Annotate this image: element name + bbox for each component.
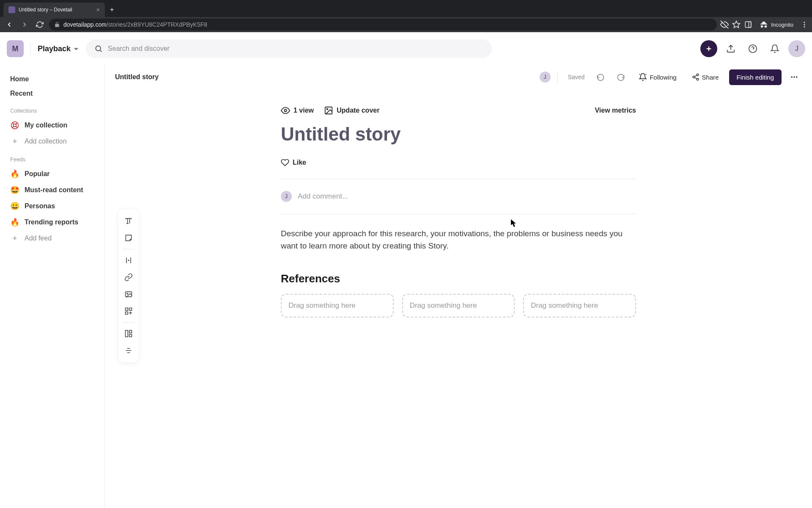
redo-icon [617,73,625,81]
search-input[interactable]: Search and discover [86,39,492,58]
collaborator-avatar[interactable]: J [540,72,551,83]
notifications-button[interactable] [766,40,783,57]
text-style-button[interactable] [120,213,137,229]
divider [123,249,134,249]
collections-heading: Collections [5,101,99,117]
svg-point-21 [791,76,793,77]
lock-icon [54,22,60,28]
divider [123,322,134,323]
image-icon [324,106,333,115]
create-button[interactable] [700,40,717,57]
favicon [8,6,15,13]
view-metrics-button[interactable]: View metrics [595,107,636,114]
divider [30,42,31,55]
star-icon[interactable] [732,20,741,29]
sidebar-recent[interactable]: Recent [5,86,99,101]
svg-point-9 [14,124,16,127]
widget-button[interactable] [120,303,137,320]
upload-button[interactable] [722,40,739,57]
content-header: Untitled story J Saved Following Share [115,65,802,89]
undo-button[interactable] [593,69,608,85]
app-header: M Playback Search and discover J [0,32,812,65]
menu-icon[interactable] [800,20,809,29]
svg-point-20 [697,78,699,80]
bell-icon [770,44,779,53]
more-icon [790,73,798,81]
forward-button[interactable] [19,19,30,30]
sidebar-feed-personas[interactable]: 😀 Personas [5,198,99,214]
star-eyes-icon: 🤩 [10,185,19,195]
format-toolbar [118,209,139,362]
new-tab-button[interactable]: + [105,3,119,17]
svg-point-22 [793,76,795,77]
svg-point-11 [127,293,128,295]
svg-point-23 [796,76,797,77]
story-title-input[interactable]: Untitled story [281,124,636,145]
project-switcher[interactable]: Playback [38,44,79,53]
incognito-icon [759,20,768,29]
share-button[interactable]: Share [687,70,724,84]
divider-button[interactable] [120,342,137,359]
browser-address-bar: dovetailapp.com/stories/2xB9YU8C24PTRXdP… [0,17,812,32]
commenter-avatar: J [281,191,292,202]
reload-button[interactable] [34,19,46,30]
svg-rect-15 [126,331,128,337]
sidebar-feed-mustread[interactable]: 🤩 Must-read content [5,182,99,198]
incognito-indicator[interactable]: Incognito [756,18,797,31]
finish-editing-button[interactable]: Finish editing [729,69,782,85]
divider [557,72,558,82]
link-button[interactable] [120,269,137,286]
sidebar-home[interactable]: Home [5,72,99,86]
add-collection-button[interactable]: + Add collection [5,133,99,149]
browser-tab[interactable]: Untitled story – Dovetail × [3,3,105,17]
layout-button[interactable] [120,325,137,342]
save-status: Saved [565,74,588,80]
user-avatar[interactable]: J [788,40,805,57]
close-tab-icon[interactable]: × [96,6,100,13]
svg-rect-2 [749,22,751,28]
svg-point-6 [96,46,101,51]
chevron-down-icon [73,46,79,52]
url-input[interactable]: dovetailapp.com/stories/2xB9YU8C24PTRXdP… [49,19,717,30]
comment-input[interactable]: Add comment... [298,192,348,201]
breadcrumb-title[interactable]: Untitled story [115,73,159,81]
story-description[interactable]: Describe your approach for this research… [281,228,636,252]
extensions-icon[interactable] [744,20,752,29]
insert-column-button[interactable] [120,252,137,269]
heart-icon [281,158,289,167]
reference-drop-zone[interactable]: Drag something here [523,294,636,318]
upload-icon [726,44,735,53]
svg-rect-12 [126,308,128,311]
comment-input-row: J Add comment... [281,188,636,205]
add-feed-button[interactable]: + Add feed [5,230,99,246]
following-button[interactable]: Following [634,69,681,85]
like-button[interactable]: Like [281,155,636,170]
smile-icon: 😀 [10,202,19,211]
help-button[interactable] [744,40,761,57]
plus-icon: + [10,234,19,243]
reference-drop-zone[interactable]: Drag something here [402,294,515,318]
tab-title: Untitled story – Dovetail [19,7,93,13]
fire-icon: 🔥 [10,169,19,179]
more-button[interactable] [787,69,802,85]
sidebar-feed-popular[interactable]: 🔥 Popular [5,166,99,182]
views-indicator[interactable]: 1 view [281,106,314,115]
svg-point-26 [326,108,328,110]
sidebar-feed-trending[interactable]: 🔥 Trending reports [5,214,99,230]
sidebar-collection-item[interactable]: My collection [5,117,99,133]
eye-off-icon[interactable] [720,20,729,29]
sidebar: Home Recent Collections My collection + … [0,65,105,508]
plus-icon: + [10,137,19,146]
workspace-switcher[interactable]: M [7,40,24,57]
svg-point-5 [804,26,805,28]
svg-point-18 [697,74,699,76]
update-cover-button[interactable]: Update cover [324,106,379,115]
lifebuoy-icon [10,121,19,130]
reference-drop-zone[interactable]: Drag something here [281,294,394,318]
redo-button[interactable] [613,69,628,85]
image-button[interactable] [120,286,137,303]
svg-rect-13 [129,308,132,311]
back-button[interactable] [3,19,15,30]
note-button[interactable] [120,229,137,246]
references-heading: References [281,272,636,285]
